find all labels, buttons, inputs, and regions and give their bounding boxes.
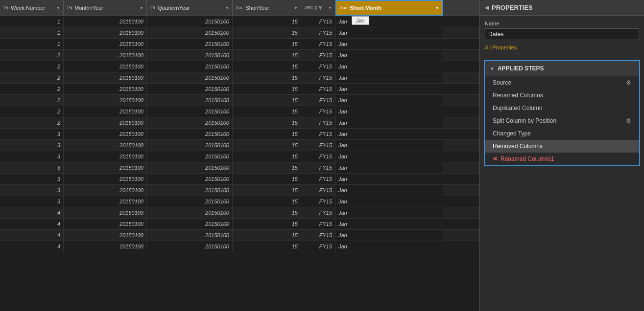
table-row: 4201501002015010015FY15Jan	[0, 219, 479, 230]
step-label-renamed-columns: Renamed Columns	[493, 92, 543, 99]
col-header-quarter-year[interactable]: 1²₃ QuarternYear ▼	[147, 0, 233, 16]
cell-month-year: 20150100	[64, 162, 147, 173]
cell-short-year: 15	[233, 27, 301, 38]
cell-short-month: Jan	[335, 196, 443, 207]
cell-short-year: 15	[233, 185, 301, 196]
quarter-year-type-icon: 1²₃	[150, 5, 156, 10]
table-row: 4201501002015010015FY15Jan	[0, 207, 479, 219]
applied-steps-collapse-icon[interactable]: ▼	[490, 66, 495, 71]
cell-quarter-year: 20150100	[147, 207, 233, 218]
cell-quarter-year: 20150100	[147, 219, 233, 229]
properties-title: PROPERTIES	[492, 4, 533, 11]
cell-month-year: 20150100	[64, 219, 147, 229]
col-header-short-year[interactable]: ABC ShortYear ▼	[233, 0, 301, 16]
month-year-dropdown-icon[interactable]: ▼	[140, 6, 143, 10]
applied-steps-section: ▼ APPLIED STEPS Source⚙Renamed ColumnsDu…	[484, 60, 640, 166]
name-input[interactable]	[485, 28, 639, 40]
col-header-month-year[interactable]: 1²₃ MonthnYear ▼	[64, 0, 147, 16]
cell-month-year: 20150100	[64, 241, 147, 252]
gear-icon[interactable]: ⚙	[626, 79, 631, 86]
cell-week-number: 4	[0, 230, 64, 241]
cell-fy: FY15	[301, 241, 335, 252]
col-header-week-number[interactable]: 1²₃ Week Number ▼	[0, 0, 64, 16]
quarter-year-dropdown-icon[interactable]: ▼	[225, 6, 229, 10]
step-item-source[interactable]: Source⚙	[485, 76, 639, 89]
cell-week-number: 2	[0, 50, 64, 61]
cell-month-year: 20150100	[64, 185, 147, 196]
cell-quarter-year: 20150100	[147, 106, 233, 117]
gear-icon[interactable]: ⚙	[626, 117, 631, 124]
cell-quarter-year: 20150100	[147, 39, 233, 49]
cell-short-month: Jan	[335, 174, 443, 184]
cell-short-month: Jan	[335, 61, 443, 72]
table-row: 3201501002015010015FY15Jan	[0, 174, 479, 185]
step-label-source: Source	[493, 79, 511, 86]
cell-short-year: 15	[233, 106, 301, 117]
cell-quarter-year: 20150100	[147, 16, 233, 27]
cell-short-month: Jan	[335, 185, 443, 196]
col-header-short-month-label: Short Month	[350, 5, 382, 11]
cell-short-year: 15	[233, 84, 301, 94]
table-row: 1201501002015010015FY15Jan	[0, 39, 479, 50]
table-row: 1201501002015010015FY15Jan	[0, 16, 479, 27]
table-row: 2201501002015010015FY15Jan	[0, 72, 479, 84]
step-item-renamed-columns[interactable]: Renamed Columns	[485, 89, 639, 102]
col-header-quarter-year-label: QuarternYear	[158, 5, 190, 11]
step-item-split-column-by-position[interactable]: Split Column by Position⚙	[485, 114, 639, 127]
applied-steps-title: APPLIED STEPS	[498, 65, 544, 72]
cell-month-year: 20150100	[64, 174, 147, 184]
cell-short-year: 15	[233, 16, 301, 27]
cell-quarter-year: 20150100	[147, 61, 233, 72]
short-month-dropdown-icon[interactable]: ▼	[435, 6, 439, 10]
step-item-changed-type[interactable]: Changed Type	[485, 127, 639, 140]
cell-fy: FY15	[301, 162, 335, 173]
cell-short-year: 15	[233, 129, 301, 139]
cell-short-month: Jan	[335, 140, 443, 151]
col-header-short-month[interactable]: ABC Short Month ▼	[335, 0, 443, 16]
cell-month-year: 20150100	[64, 72, 147, 83]
cell-month-year: 20150100	[64, 61, 147, 72]
data-table: 1²₃ Week Number ▼ 1²₃ MonthnYear ▼ 1²₃ Q…	[0, 0, 479, 311]
cell-fy: FY15	[301, 140, 335, 151]
step-item-duplicated-column[interactable]: Duplicated Column	[485, 102, 639, 114]
table-row: 3201501002015010015FY15Jan	[0, 162, 479, 174]
step-item-renamed-columns1[interactable]: ✕Renamed Columns1	[485, 153, 639, 165]
cell-month-year: 20150100	[64, 151, 147, 162]
short-year-type-icon: ABC	[236, 5, 243, 10]
cell-month-year: 20150100	[64, 27, 147, 38]
cell-month-year: 20150100	[64, 16, 147, 27]
table-row: 2201501002015010015FY15Jan	[0, 95, 479, 106]
cell-quarter-year: 20150100	[147, 241, 233, 252]
cell-short-year: 15	[233, 241, 301, 252]
cell-fy: FY15	[301, 61, 335, 72]
cell-short-year: 15	[233, 196, 301, 207]
col-header-fy[interactable]: ABC FY ▼	[301, 0, 335, 16]
week-number-dropdown-icon[interactable]: ▼	[56, 6, 60, 10]
cell-short-year: 15	[233, 140, 301, 151]
cell-week-number: 2	[0, 72, 64, 83]
right-panel: ◀ PROPERTIES Name All Properties ▼ APPLI…	[479, 0, 644, 311]
cell-quarter-year: 20150100	[147, 140, 233, 151]
cell-short-year: 15	[233, 61, 301, 72]
properties-collapse-icon[interactable]: ◀	[485, 5, 489, 10]
steps-list: Source⚙Renamed ColumnsDuplicated ColumnS…	[485, 76, 639, 165]
cell-week-number: 1	[0, 27, 64, 38]
cell-short-month: Jan	[335, 219, 443, 229]
cell-short-year: 15	[233, 50, 301, 61]
fy-dropdown-icon[interactable]: ▼	[328, 6, 332, 10]
cell-week-number: 3	[0, 196, 64, 207]
all-properties-link[interactable]: All Properties	[485, 44, 517, 50]
step-item-removed-columns[interactable]: Removed Columns	[485, 140, 639, 153]
cell-short-month: Jan	[335, 129, 443, 139]
table-row: 4201501002015010015FY15Jan	[0, 230, 479, 241]
properties-header: ◀ PROPERTIES	[480, 0, 644, 16]
table-row: 3201501002015010015FY15Jan	[0, 151, 479, 162]
step-label-renamed-columns1: Renamed Columns1	[501, 156, 554, 162]
month-year-type-icon: 1²₃	[67, 5, 72, 10]
cell-fy: FY15	[301, 207, 335, 218]
cell-week-number: 2	[0, 95, 64, 106]
table-row: 2201501002015010015FY15Jan	[0, 106, 479, 117]
cell-quarter-year: 20150100	[147, 27, 233, 38]
cell-fy: FY15	[301, 84, 335, 94]
short-year-dropdown-icon[interactable]: ▼	[294, 6, 298, 10]
